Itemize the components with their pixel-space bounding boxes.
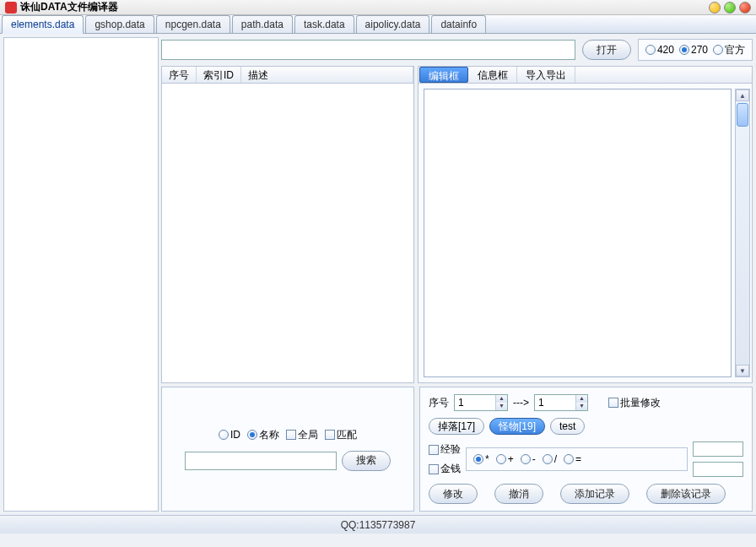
tab-datainfo[interactable]: datainfo	[431, 15, 486, 33]
window-controls	[709, 2, 751, 14]
radio-420[interactable]: 420	[645, 44, 674, 56]
window-title: 诛仙DATA文件编译器	[20, 0, 118, 14]
close-icon[interactable]	[739, 2, 751, 14]
tab-npcgen[interactable]: npcgen.data	[156, 15, 230, 33]
add-record-button[interactable]: 添加记录	[560, 484, 629, 504]
search-input[interactable]	[185, 452, 337, 470]
search-opt-name[interactable]: 名称	[247, 428, 279, 442]
op-add[interactable]: +	[496, 453, 514, 465]
status-text: QQ:1135773987	[341, 519, 416, 531]
chk-batch[interactable]: 批量修改	[608, 396, 661, 410]
undo-button[interactable]: 撤消	[494, 484, 543, 504]
tab-gshop[interactable]: gshop.data	[85, 15, 154, 33]
chip-monster[interactable]: 怪物[19]	[489, 418, 545, 435]
search-button[interactable]: 搜索	[342, 451, 391, 471]
list-header: 序号 索引ID 描述	[162, 67, 413, 84]
op-eq[interactable]: =	[564, 453, 581, 465]
op-mul[interactable]: *	[473, 453, 489, 465]
edit-canvas[interactable]	[424, 89, 732, 377]
radio-270[interactable]: 270	[679, 44, 708, 56]
col-seq[interactable]: 序号	[162, 67, 197, 83]
tab-path[interactable]: path.data	[232, 15, 293, 33]
file-path-input[interactable]	[161, 40, 575, 60]
left-tree-pane[interactable]	[3, 37, 159, 512]
search-opt-global[interactable]: 全局	[286, 428, 318, 442]
title-bar: 诛仙DATA文件编译器	[0, 0, 756, 15]
sub-tab-bar: 编辑框 信息框 导入导出	[418, 66, 753, 83]
col-indexid[interactable]: 索引ID	[197, 67, 241, 83]
seq-to-spin[interactable]: ▲▼	[534, 394, 588, 411]
search-panel: ID 名称 全局 匹配 搜索	[161, 387, 414, 512]
delete-record-button[interactable]: 删除该记录	[646, 484, 726, 504]
edit-body: ▲ ▼	[418, 83, 753, 383]
chk-gold[interactable]: 金钱	[429, 462, 461, 476]
action-panel: 序号 ▲▼ ---> ▲▼ 批量修改 掉落[17] 怪物[19] test 经验…	[419, 387, 753, 512]
value-input-1[interactable]	[693, 441, 743, 457]
app-icon	[5, 2, 17, 14]
search-opt-match[interactable]: 匹配	[325, 428, 357, 442]
chk-exp[interactable]: 经验	[429, 442, 461, 457]
file-tab-bar: elements.data gshop.data npcgen.data pat…	[0, 15, 756, 34]
chip-drop[interactable]: 掉落[17]	[429, 418, 484, 435]
subtab-importexport[interactable]: 导入导出	[517, 67, 575, 83]
record-list-pane: 序号 索引ID 描述	[161, 66, 414, 383]
tab-elements[interactable]: elements.data	[2, 15, 84, 34]
chip-test[interactable]: test	[550, 418, 585, 435]
list-body[interactable]	[162, 84, 413, 382]
subtab-edit[interactable]: 编辑框	[419, 67, 468, 83]
status-bar: QQ:1135773987	[0, 515, 756, 533]
scroll-up-icon[interactable]: ▲	[736, 89, 749, 101]
edit-scrollbar[interactable]: ▲ ▼	[735, 89, 750, 377]
seq-label: 序号	[429, 396, 449, 410]
subtab-info[interactable]: 信息框	[469, 67, 517, 83]
version-radio-group: 420 270 官方	[638, 39, 753, 61]
search-opt-id[interactable]: ID	[219, 429, 240, 441]
arrow-label: --->	[513, 397, 529, 409]
scroll-down-icon[interactable]: ▼	[736, 365, 749, 376]
scroll-thumb[interactable]	[737, 103, 748, 127]
modify-button[interactable]: 修改	[429, 484, 478, 504]
open-button[interactable]: 打开	[582, 40, 631, 60]
radio-official[interactable]: 官方	[713, 43, 745, 57]
tab-task[interactable]: task.data	[294, 15, 354, 33]
tab-aipolicy[interactable]: aipolicy.data	[356, 15, 430, 33]
seq-from-spin[interactable]: ▲▼	[454, 394, 508, 411]
op-div[interactable]: /	[543, 453, 557, 465]
col-desc[interactable]: 描述	[241, 67, 413, 83]
value-input-2[interactable]	[693, 462, 743, 477]
op-sub[interactable]: -	[521, 453, 536, 465]
operator-group: * + - / =	[466, 447, 688, 471]
minimize-icon[interactable]	[709, 2, 721, 14]
maximize-icon[interactable]	[724, 2, 736, 14]
